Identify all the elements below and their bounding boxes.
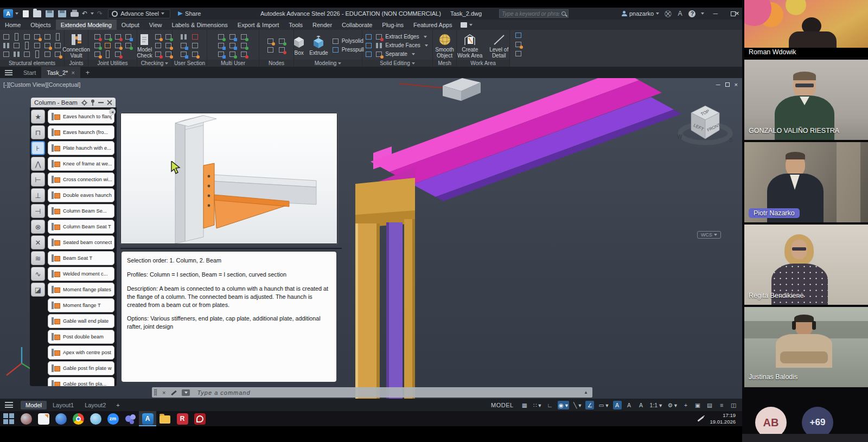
status-toggle-icon[interactable]: ▭ ▾ bbox=[597, 401, 609, 409]
ribbon-tool-icon[interactable] bbox=[33, 42, 41, 49]
ribbon-tool-icon[interactable] bbox=[514, 31, 522, 39]
command-input[interactable]: Type a command bbox=[197, 389, 250, 396]
status-menu-icon[interactable] bbox=[5, 402, 13, 408]
joint-type-item[interactable]: Moment flange T bbox=[48, 298, 114, 312]
polysolid-button[interactable]: Polysolid bbox=[331, 37, 364, 45]
ribbon-tool-icon[interactable] bbox=[154, 42, 162, 49]
ribbon-tool-icon[interactable] bbox=[124, 42, 132, 49]
ribbon-tool-icon[interactable] bbox=[180, 50, 188, 58]
connection-vault-button[interactable]: Connection Vault bbox=[62, 33, 90, 59]
joint-type-item[interactable]: Gable wall end plate bbox=[48, 314, 114, 328]
ribbon-tool-icon[interactable] bbox=[23, 50, 31, 58]
level-of-detail-button[interactable]: Level of Detail bbox=[488, 33, 509, 59]
layout-tab[interactable]: Model bbox=[21, 401, 47, 409]
tab-start[interactable]: Start bbox=[18, 67, 41, 78]
ribbon-tool-icon[interactable] bbox=[278, 46, 286, 54]
help-caret-icon[interactable] bbox=[701, 12, 704, 15]
status-toggle-icon[interactable]: ∟ bbox=[546, 401, 554, 409]
ribbon-tool-icon[interactable] bbox=[217, 50, 225, 58]
wcs-selector[interactable]: WCS bbox=[697, 231, 721, 239]
layout-tab[interactable]: Layout1 bbox=[48, 401, 79, 409]
taskbar-app-acrobat[interactable] bbox=[191, 411, 208, 426]
ribbon-tool-icon[interactable] bbox=[114, 50, 122, 58]
participant-avatar[interactable]: AB bbox=[755, 407, 787, 434]
separate-button[interactable]: Separate bbox=[365, 50, 430, 58]
participant-tile[interactable]: Regita Bendikienė bbox=[744, 225, 868, 305]
joint-type-item[interactable]: Plate haunch with e... bbox=[48, 141, 114, 155]
taskbar-app-rstudio[interactable]: R bbox=[174, 411, 191, 426]
user-caret-icon[interactable] bbox=[656, 12, 659, 15]
ribbon-tab[interactable]: Objects bbox=[25, 20, 55, 30]
ribbon-tool-icon[interactable] bbox=[191, 50, 199, 58]
status-toggle-icon[interactable]: ∷ ▾ bbox=[532, 401, 542, 409]
new-layout-button[interactable]: + bbox=[116, 402, 119, 408]
joint-type-item[interactable]: Beam Seat T bbox=[48, 251, 114, 265]
viewport-close-icon[interactable]: × bbox=[735, 81, 738, 88]
taskbar-app-advance-steel[interactable]: A bbox=[139, 411, 156, 426]
workspace-selector[interactable]: Advance Steel bbox=[108, 9, 170, 18]
ribbon-tool-icon[interactable] bbox=[124, 33, 132, 41]
joint-type-item[interactable]: Double eaves haunch... bbox=[48, 188, 114, 202]
ribbon-tab[interactable]: Labels & Dimensions bbox=[167, 20, 233, 30]
ribbon-tool-icon[interactable] bbox=[93, 50, 101, 58]
help-icon[interactable]: ? bbox=[688, 10, 695, 17]
palette-category-icon[interactable]: ⊦ bbox=[31, 141, 45, 155]
ribbon-tool-icon[interactable] bbox=[54, 33, 62, 41]
palette-category-icon[interactable]: ⊥ bbox=[31, 188, 45, 202]
ribbon-tool-icon[interactable] bbox=[12, 50, 21, 58]
ribbon-tool-icon[interactable] bbox=[93, 42, 101, 49]
command-line[interactable]: × Type a command ▲ bbox=[152, 387, 592, 398]
ribbon-tab[interactable]: Extended Modeling bbox=[56, 20, 117, 30]
layout-tab[interactable]: Layout2 bbox=[80, 401, 111, 409]
close-window-button[interactable]: × bbox=[735, 9, 739, 17]
ribbon-tool-icon[interactable] bbox=[12, 42, 21, 49]
smooth-object-button[interactable]: Smooth Object bbox=[433, 33, 456, 59]
save-as-icon[interactable] bbox=[58, 10, 66, 17]
ribbon-tab[interactable]: Tools bbox=[284, 20, 308, 30]
ribbon-tool-icon[interactable] bbox=[514, 41, 522, 48]
ribbon-tool-icon[interactable] bbox=[191, 42, 199, 49]
ribbon-group-label[interactable]: Modeling bbox=[294, 60, 362, 67]
palette-pin-icon[interactable] bbox=[91, 99, 95, 106]
taskbar-app-zoom[interactable]: zm bbox=[104, 411, 122, 426]
ribbon-tool-icon[interactable] bbox=[23, 33, 31, 41]
ribbon-group-label[interactable]: Solid Editing bbox=[362, 60, 432, 67]
viewport-minimize-icon[interactable]: ─ bbox=[716, 81, 720, 88]
palette-close-icon[interactable] bbox=[107, 100, 112, 105]
panel-divider[interactable] bbox=[120, 248, 342, 249]
joint-type-item[interactable]: Column Beam Seat T bbox=[48, 220, 114, 234]
ribbon-tool-icon[interactable] bbox=[2, 42, 10, 49]
joint-type-item[interactable]: Gable post fin pla... bbox=[48, 377, 114, 386]
ribbon-tool-icon[interactable] bbox=[191, 33, 199, 41]
app-menu-button[interactable]: A bbox=[3, 9, 13, 18]
ribbon-tool-icon[interactable] bbox=[104, 50, 112, 58]
undo-caret-icon[interactable] bbox=[91, 12, 94, 15]
palette-category-icon[interactable]: ⊗ bbox=[31, 220, 45, 234]
new-file-icon[interactable] bbox=[23, 10, 29, 17]
status-toggle-icon[interactable]: ◫ bbox=[729, 401, 738, 409]
ribbon-tab[interactable]: Render bbox=[308, 20, 337, 30]
ribbon-tool-icon[interactable] bbox=[114, 33, 122, 41]
status-toggle-icon[interactable]: A bbox=[637, 401, 646, 409]
save-icon[interactable] bbox=[46, 10, 54, 17]
ribbon-tool-icon[interactable] bbox=[12, 33, 21, 41]
ribbon-tool-icon[interactable] bbox=[228, 50, 237, 58]
compass-west-label[interactable]: W bbox=[677, 134, 682, 140]
model-space-badge[interactable]: MODEL bbox=[491, 402, 514, 408]
palette-header[interactable]: Column - Beam bbox=[31, 98, 116, 107]
joint-type-item[interactable]: Gable post fin plate wi... bbox=[48, 361, 114, 375]
palette-category-icon[interactable]: ≋ bbox=[31, 251, 45, 265]
joint-type-item[interactable]: Column Beam Se... bbox=[48, 204, 114, 218]
search-box[interactable] bbox=[499, 9, 569, 18]
command-expand-icon[interactable]: ▲ bbox=[584, 390, 588, 395]
participant-tile[interactable]: Roman Wdowik bbox=[744, 0, 868, 57]
command-recent-icon[interactable] bbox=[182, 389, 190, 396]
status-toggle-icon[interactable]: ◉ ▾ bbox=[558, 401, 569, 409]
ribbon-tool-icon[interactable] bbox=[217, 33, 225, 41]
joint-type-item[interactable]: Eaves haunch (fro... bbox=[48, 125, 114, 139]
taskbar-app-media[interactable] bbox=[17, 411, 35, 426]
joint-type-item[interactable]: Welded moment c... bbox=[48, 267, 114, 281]
search-icon[interactable] bbox=[561, 11, 566, 16]
ribbon-tab[interactable]: Output bbox=[117, 20, 144, 30]
viewport-controls-label[interactable]: [-][Custom View][Conceptual] bbox=[3, 81, 80, 88]
